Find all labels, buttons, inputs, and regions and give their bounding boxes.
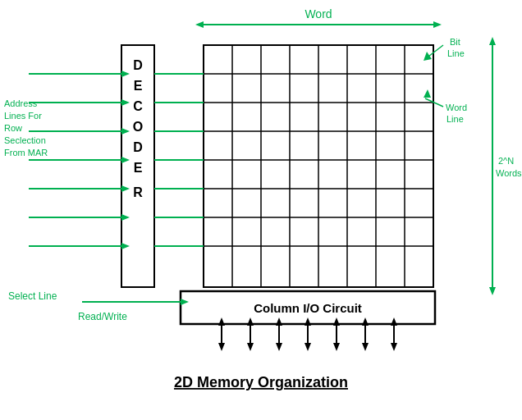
svg-marker-73 xyxy=(304,343,311,351)
svg-text:Words: Words xyxy=(496,168,522,178)
svg-marker-76 xyxy=(333,343,340,351)
svg-text:R: R xyxy=(133,185,143,199)
svg-text:O: O xyxy=(133,120,143,134)
svg-text:D: D xyxy=(133,140,143,154)
diagram-canvas: D E C O D E R Address Lines For Row Secl… xyxy=(0,0,522,420)
svg-text:Row: Row xyxy=(4,123,22,133)
svg-marker-64 xyxy=(218,343,225,351)
svg-text:Line: Line xyxy=(446,114,464,124)
address-lines-label: Address xyxy=(4,98,38,108)
svg-marker-57 xyxy=(489,37,496,45)
two-n-words-label: 2^N xyxy=(498,156,514,166)
svg-text:E: E xyxy=(134,161,143,175)
column-io-label: Column I/O Circuit xyxy=(254,301,362,315)
svg-text:E: E xyxy=(134,79,143,93)
select-line-label: Select Line xyxy=(8,290,57,302)
svg-marker-70 xyxy=(276,343,282,351)
svg-text:Line: Line xyxy=(447,48,465,58)
word-line-label: Word xyxy=(446,103,467,112)
svg-marker-58 xyxy=(489,287,496,295)
svg-marker-67 xyxy=(247,343,254,351)
decoder-label: D xyxy=(133,58,143,72)
svg-text:C: C xyxy=(133,99,143,113)
svg-marker-82 xyxy=(391,343,397,351)
svg-marker-49 xyxy=(433,21,442,28)
bit-line-label: Bit xyxy=(450,37,460,47)
word-label: Word xyxy=(304,7,332,21)
diagram-title: 2D Memory Organization xyxy=(174,374,348,390)
svg-marker-48 xyxy=(195,21,204,28)
svg-text:Seclection: Seclection xyxy=(4,135,46,145)
svg-marker-79 xyxy=(362,343,369,351)
svg-text:From MAR: From MAR xyxy=(4,148,48,158)
svg-text:Lines For: Lines For xyxy=(4,111,42,121)
read-write-label: Read/Write xyxy=(78,311,127,322)
